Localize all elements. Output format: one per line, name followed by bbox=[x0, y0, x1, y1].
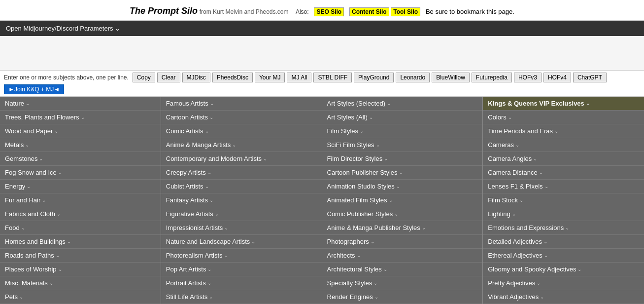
tool-silo-link[interactable]: Tool Silo bbox=[391, 7, 420, 16]
subject-input[interactable] bbox=[4, 40, 640, 65]
dropdown-arrow-icon: ⌄ bbox=[205, 184, 209, 189]
main-grid: Nature ⌄Trees, Plants and Flowers ⌄Wood … bbox=[0, 97, 644, 304]
dropdown-arrow-icon: ⌄ bbox=[58, 266, 62, 272]
leonardo-button[interactable]: Leonardo bbox=[396, 73, 430, 82]
menu-item[interactable]: Gemstones ⌄ bbox=[0, 152, 161, 166]
pheedsdisc-button[interactable]: PheedsDisc bbox=[212, 73, 253, 82]
copy-button[interactable]: Copy bbox=[133, 73, 155, 82]
menu-item[interactable]: Roads and Paths ⌄ bbox=[0, 249, 161, 263]
menu-item-label: Anime & Manga Publisher Styles bbox=[327, 224, 420, 231]
menu-item[interactable]: Cartoon Artists ⌄ bbox=[161, 111, 322, 124]
dropdown-arrow-icon: ⌄ bbox=[399, 170, 403, 175]
mjall-button[interactable]: MJ All bbox=[287, 73, 311, 82]
mjdisc-button[interactable]: MJDisc bbox=[182, 73, 210, 82]
menu-item[interactable]: Figurative Artists ⌄ bbox=[161, 207, 322, 221]
params-bar[interactable]: Open Midjourney/Discord Parameters ⌄ bbox=[0, 21, 644, 36]
menu-item[interactable]: Animation Studio Styles ⌄ bbox=[322, 180, 483, 193]
menu-item[interactable]: Art Styles (Selected) ⌄ bbox=[322, 97, 483, 111]
menu-item[interactable]: Art Styles (All) ⌄ bbox=[322, 111, 483, 124]
join-button[interactable]: ►Join K&Q + MJ◄ bbox=[4, 84, 64, 94]
stbldiff-button[interactable]: STBL DIFF bbox=[313, 73, 352, 82]
menu-item[interactable]: Wood and Paper ⌄ bbox=[0, 124, 161, 138]
menu-item[interactable]: Animated Film Styles ⌄ bbox=[322, 193, 483, 207]
menu-item[interactable]: Cameras ⌄ bbox=[483, 138, 644, 152]
menu-item[interactable]: Detailed Adjectives ⌄ bbox=[483, 235, 644, 249]
menu-item[interactable]: Cubist Artists ⌄ bbox=[161, 180, 322, 193]
chatgpt-button[interactable]: ChatGPT bbox=[573, 73, 607, 82]
menu-item[interactable]: Places of Worship ⌄ bbox=[0, 263, 161, 276]
hofv4-button[interactable]: HOFv4 bbox=[543, 73, 571, 82]
dropdown-arrow-icon: ⌄ bbox=[537, 280, 541, 286]
menu-item-label: Roads and Paths bbox=[5, 252, 54, 259]
menu-item[interactable]: Architects ⌄ bbox=[322, 249, 483, 263]
hofv3-button[interactable]: HOFv3 bbox=[514, 73, 542, 82]
params-arrow: ⌄ bbox=[115, 25, 120, 32]
menu-item[interactable]: Time Periods and Eras ⌄ bbox=[483, 124, 644, 138]
bluewillow-button[interactable]: BlueWillow bbox=[432, 73, 470, 82]
menu-item[interactable]: Pop Art Artists ⌄ bbox=[161, 263, 322, 276]
dropdown-arrow-icon: ⌄ bbox=[544, 253, 548, 258]
menu-item[interactable]: Portrait Artists ⌄ bbox=[161, 276, 322, 290]
menu-item-label: Lenses F1 & Pixels bbox=[488, 183, 542, 190]
dropdown-arrow-icon: ⌄ bbox=[387, 101, 391, 106]
menu-item[interactable]: Creepy Artists ⌄ bbox=[161, 166, 322, 180]
menu-item[interactable]: Film Director Styles ⌄ bbox=[322, 152, 483, 166]
menu-item[interactable]: Nature ⌄ bbox=[0, 97, 161, 111]
menu-item[interactable]: Food ⌄ bbox=[0, 221, 161, 235]
menu-item[interactable]: Camera Distance ⌄ bbox=[483, 166, 644, 180]
menu-item[interactable]: Film Stock ⌄ bbox=[483, 193, 644, 207]
menu-item[interactable]: Anime & Manga Artists ⌄ bbox=[161, 138, 322, 152]
menu-item[interactable]: Fur and Hair ⌄ bbox=[0, 193, 161, 207]
menu-item[interactable]: Comic Publisher Styles ⌄ bbox=[322, 207, 483, 221]
dropdown-arrow-icon: ⌄ bbox=[384, 156, 388, 161]
menu-item[interactable]: Lighting ⌄ bbox=[483, 207, 644, 221]
menu-item[interactable]: Vibrant Adjectives ⌄ bbox=[483, 290, 644, 304]
menu-item[interactable]: Fabrics and Cloth ⌄ bbox=[0, 207, 161, 221]
dropdown-arrow-icon: ⌄ bbox=[539, 170, 543, 175]
menu-item[interactable]: Impressionist Artists ⌄ bbox=[161, 221, 322, 235]
seo-silo-link[interactable]: SEO Silo bbox=[314, 7, 344, 16]
menu-item[interactable]: Specialty Styles ⌄ bbox=[322, 276, 483, 290]
menu-item[interactable]: Still Life Artists ⌄ bbox=[161, 290, 322, 304]
menu-item[interactable]: Homes and Buildings ⌄ bbox=[0, 235, 161, 249]
menu-item[interactable]: Render Engines ⌄ bbox=[322, 290, 483, 304]
menu-item[interactable]: Fog Snow and Ice ⌄ bbox=[0, 166, 161, 180]
content-silo-link[interactable]: Content Silo bbox=[349, 7, 389, 16]
menu-item[interactable]: Camera Angles ⌄ bbox=[483, 152, 644, 166]
futurepedia-button[interactable]: Futurepedia bbox=[472, 73, 512, 82]
menu-item[interactable]: Contemporary and Modern Artists ⌄ bbox=[161, 152, 322, 166]
menu-item-label: Gemstones bbox=[5, 155, 37, 162]
menu-item[interactable]: Photorealism Artists ⌄ bbox=[161, 249, 322, 263]
menu-item[interactable]: Nature and Landscape Artists ⌄ bbox=[161, 235, 322, 249]
menu-item[interactable]: Colors ⌄ bbox=[483, 111, 644, 124]
menu-item[interactable]: Misc. Materials ⌄ bbox=[0, 276, 161, 290]
menu-item-label: Wood and Paper bbox=[5, 127, 53, 135]
menu-item[interactable]: SciFi Film Styles ⌄ bbox=[322, 138, 483, 152]
menu-item[interactable]: Architectural Styles ⌄ bbox=[322, 263, 483, 276]
menu-item[interactable]: Cartoon Publisher Styles ⌄ bbox=[322, 166, 483, 180]
yourmj-button[interactable]: Your MJ bbox=[255, 73, 285, 82]
menu-item[interactable]: Fantasy Artists ⌄ bbox=[161, 193, 322, 207]
menu-item[interactable]: Anime & Manga Publisher Styles ⌄ bbox=[322, 221, 483, 235]
menu-item[interactable]: Energy ⌄ bbox=[0, 180, 161, 193]
menu-item-label: Animated Film Styles bbox=[327, 196, 387, 204]
dropdown-arrow-icon: ⌄ bbox=[383, 266, 387, 272]
dropdown-arrow-icon: ⌄ bbox=[207, 280, 211, 286]
menu-item[interactable]: Emotions and Expressions ⌄ bbox=[483, 221, 644, 235]
menu-item-label: Camera Distance bbox=[488, 169, 537, 176]
menu-item[interactable]: Kings & Queens VIP Exclusives ⌄ bbox=[483, 97, 644, 111]
menu-item[interactable]: Pets ⌄ bbox=[0, 290, 161, 304]
menu-item[interactable]: Lenses F1 & Pixels ⌄ bbox=[483, 180, 644, 193]
menu-item[interactable]: Film Styles ⌄ bbox=[322, 124, 483, 138]
menu-item[interactable]: Famous Artists ⌄ bbox=[161, 97, 322, 111]
playground-button[interactable]: PlayGround bbox=[354, 73, 394, 82]
clear-button[interactable]: Clear bbox=[157, 73, 180, 82]
menu-item[interactable]: Gloomy and Spooky Adjectives ⌄ bbox=[483, 263, 644, 276]
menu-item[interactable]: Comic Artists ⌄ bbox=[161, 124, 322, 138]
menu-item[interactable]: Photographers ⌄ bbox=[322, 235, 483, 249]
menu-item[interactable]: Trees, Plants and Flowers ⌄ bbox=[0, 111, 161, 124]
menu-item[interactable]: Metals ⌄ bbox=[0, 138, 161, 152]
menu-item[interactable]: Ethereal Adjectives ⌄ bbox=[483, 249, 644, 263]
menu-item[interactable]: Pretty Adjectives ⌄ bbox=[483, 276, 644, 290]
col-nature: Nature ⌄Trees, Plants and Flowers ⌄Wood … bbox=[0, 97, 161, 304]
